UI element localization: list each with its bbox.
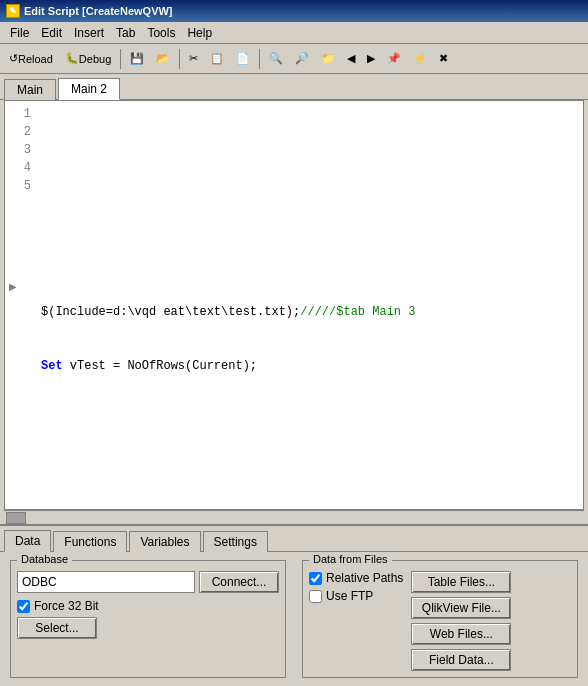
data-from-files-content: Relative Paths Use FTP Table Files... Ql… (309, 571, 571, 671)
menu-insert[interactable]: Insert (68, 24, 110, 42)
code-line-2 (41, 195, 577, 213)
save-button[interactable]: 💾 (125, 47, 149, 71)
select-button[interactable]: Select... (17, 617, 97, 639)
use-ftp-row: Use FTP (309, 589, 403, 603)
database-legend: Database (17, 553, 72, 565)
horizontal-scrollbar[interactable] (4, 510, 584, 524)
toolbar-separator-1 (120, 49, 121, 69)
save-icon: 💾 (130, 52, 144, 65)
bookmark-button[interactable]: 📌 (382, 47, 406, 71)
force32-checkbox[interactable] (17, 600, 30, 613)
findreplace-button[interactable]: 🔎 (290, 47, 314, 71)
title-bar-text: Edit Script [CreateNewQVW] (24, 5, 173, 17)
force32-checkbox-row: Force 32 Bit (17, 599, 279, 613)
menu-file[interactable]: File (4, 24, 35, 42)
toolbar-separator-2 (179, 49, 180, 69)
open-icon: 📂 (156, 52, 170, 65)
data-from-files-section: Data from Files Relative Paths Use FTP (302, 560, 578, 678)
paste-icon: 📄 (236, 52, 250, 65)
bottom-tabs-row: Data Functions Variables Settings (0, 526, 588, 552)
findreplace-icon: 🔎 (295, 52, 309, 65)
open-button[interactable]: 📂 (151, 47, 175, 71)
paste-button[interactable]: 📄 (231, 47, 255, 71)
folder-icon: 📁 (321, 52, 335, 65)
toolbar-separator-3 (259, 49, 260, 69)
tab-data[interactable]: Data (4, 530, 51, 552)
data-panel: Database ODBC OLE DB Connect... Force 32… (0, 552, 588, 686)
title-bar-icon: ✎ (6, 4, 20, 18)
data-from-files-legend: Data from Files (309, 553, 392, 565)
find-button[interactable]: 🔍 (264, 47, 288, 71)
copy-icon: 📋 (210, 52, 224, 65)
menu-bar: File Edit Insert Tab Tools Help (0, 22, 588, 44)
close-icon: ✖ (439, 52, 448, 65)
editor-tabs-row: Main Main 2 (0, 74, 588, 100)
copy-button[interactable]: 📋 (205, 47, 229, 71)
relative-paths-checkbox[interactable] (309, 572, 322, 585)
editor-wrapper: 1 2 3 4 5 $(Include=d:\vqd eat\text\test… (0, 100, 588, 524)
debug-icon: 🐛 (65, 52, 79, 65)
menu-edit[interactable]: Edit (35, 24, 68, 42)
menu-tools[interactable]: Tools (141, 24, 181, 42)
web-files-button[interactable]: Web Files... (411, 623, 511, 645)
qlikview-file-button[interactable]: QlikView File... (411, 597, 511, 619)
run-icon: ⚡ (413, 52, 427, 65)
checkboxes-area: Relative Paths Use FTP (309, 571, 403, 671)
relative-paths-label: Relative Paths (326, 571, 403, 585)
reload-button[interactable]: ↺ Reload (4, 47, 58, 71)
use-ftp-label: Use FTP (326, 589, 373, 603)
run-button[interactable]: ⚡ (408, 47, 432, 71)
menu-help[interactable]: Help (181, 24, 218, 42)
tab-functions[interactable]: Functions (53, 531, 127, 552)
toolbar: ↺ Reload 🐛 Debug 💾 📂 ✂ 📋 📄 🔍 🔎 📁 ◀ ▶ 📌 ⚡… (0, 44, 588, 74)
code-line-4: $(Include=d:\vqd eat\text\test.txt);////… (41, 303, 577, 321)
line-numbers: 1 2 3 4 5 (7, 103, 37, 413)
select-button-row: Select... (17, 617, 279, 639)
field-data-button[interactable]: Field Data... (411, 649, 511, 671)
tab-variables[interactable]: Variables (129, 531, 200, 552)
menu-tab[interactable]: Tab (110, 24, 141, 42)
tab-main2[interactable]: Main 2 (58, 78, 120, 100)
forward-icon: ▶ (367, 52, 375, 65)
database-dropdown[interactable]: ODBC OLE DB (17, 571, 195, 593)
connect-button[interactable]: Connect... (199, 571, 279, 593)
reload-icon: ↺ (9, 52, 18, 65)
code-content[interactable]: $(Include=d:\vqd eat\text\test.txt);////… (37, 103, 581, 413)
tab-settings[interactable]: Settings (203, 531, 268, 552)
relative-paths-row: Relative Paths (309, 571, 403, 585)
title-bar: ✎ Edit Script [CreateNewQVW] (0, 0, 588, 22)
scroll-thumb[interactable] (6, 512, 26, 524)
code-line-5: Set vTest = NoOfRows(Current); (41, 357, 577, 375)
dropdown-row: ODBC OLE DB Connect... (17, 571, 279, 593)
table-files-button[interactable]: Table Files... (411, 571, 511, 593)
debug-button[interactable]: 🐛 Debug (60, 47, 116, 71)
editor-content: 1 2 3 4 5 $(Include=d:\vqd eat\text\test… (5, 101, 583, 415)
cut-button[interactable]: ✂ (184, 47, 203, 71)
force32-label: Force 32 Bit (34, 599, 99, 613)
forward-button[interactable]: ▶ (362, 47, 380, 71)
cut-icon: ✂ (189, 52, 198, 65)
editor-area[interactable]: 1 2 3 4 5 $(Include=d:\vqd eat\text\test… (4, 100, 584, 510)
close-button[interactable]: ✖ (434, 47, 453, 71)
bottom-panel: Data Functions Variables Settings Databa… (0, 524, 588, 686)
back-icon: ◀ (347, 52, 355, 65)
tab-main[interactable]: Main (4, 79, 56, 100)
code-line-1 (41, 141, 577, 159)
bookmark-icon: 📌 (387, 52, 401, 65)
folder-button[interactable]: 📁 (316, 47, 340, 71)
back-button[interactable]: ◀ (342, 47, 360, 71)
code-line-3 (41, 249, 577, 267)
cursor-indicator: ▶ (9, 281, 17, 292)
main-content: Main Main 2 1 2 3 4 5 $(Include=d:\vqd e… (0, 74, 588, 686)
find-icon: 🔍 (269, 52, 283, 65)
use-ftp-checkbox[interactable] (309, 590, 322, 603)
file-buttons: Table Files... QlikView File... Web File… (411, 571, 511, 671)
database-section: Database ODBC OLE DB Connect... Force 32… (10, 560, 286, 678)
